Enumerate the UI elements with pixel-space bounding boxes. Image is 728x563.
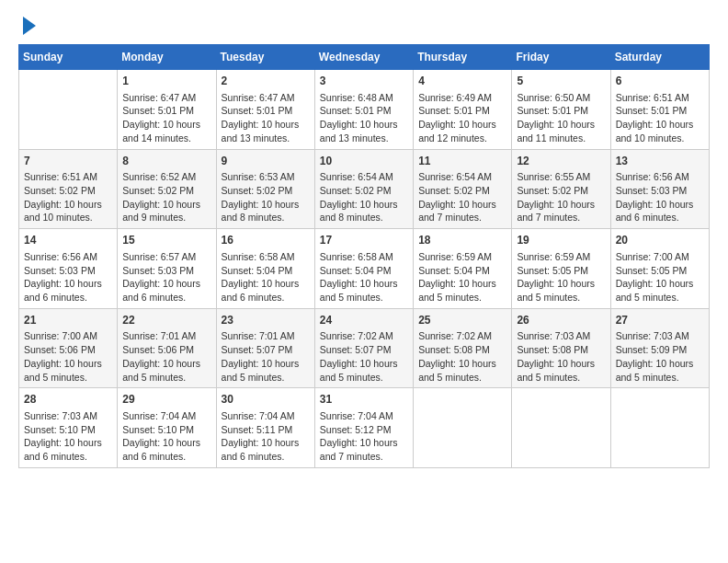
day-info: Sunrise: 7:01 AM Sunset: 5:07 PM Dayligh… [222,329,310,384]
calendar-cell [414,388,512,468]
calendar-cell: 19Sunrise: 6:59 AM Sunset: 5:05 PM Dayli… [512,229,610,309]
weekday-header: Thursday [414,45,512,70]
calendar-cell: 3Sunrise: 6:48 AM Sunset: 5:01 PM Daylig… [314,70,413,150]
day-number: 14 [24,233,112,248]
page-header [18,18,710,35]
day-number: 1 [122,74,210,89]
day-info: Sunrise: 6:56 AM Sunset: 5:03 PM Dayligh… [24,250,112,304]
calendar-cell: 2Sunrise: 6:47 AM Sunset: 5:01 PM Daylig… [216,70,314,150]
calendar-cell: 15Sunrise: 6:57 AM Sunset: 5:03 PM Dayli… [118,229,216,309]
day-number: 31 [320,392,408,408]
day-info: Sunrise: 6:54 AM Sunset: 5:02 PM Dayligh… [418,170,506,224]
calendar-cell: 9Sunrise: 6:53 AM Sunset: 5:02 PM Daylig… [216,149,314,229]
day-number: 12 [517,154,605,169]
day-info: Sunrise: 6:48 AM Sunset: 5:01 PM Dayligh… [320,91,408,145]
day-number: 4 [418,74,506,89]
calendar-cell: 21Sunrise: 7:00 AM Sunset: 5:06 PM Dayli… [19,308,118,388]
day-number: 22 [122,313,210,328]
calendar-cell: 18Sunrise: 6:59 AM Sunset: 5:04 PM Dayli… [414,229,512,309]
calendar-cell: 30Sunrise: 7:04 AM Sunset: 5:11 PM Dayli… [216,388,314,468]
calendar-cell: 7Sunrise: 6:51 AM Sunset: 5:02 PM Daylig… [19,149,118,229]
calendar-cell: 28Sunrise: 7:03 AM Sunset: 5:10 PM Dayli… [19,388,118,468]
weekday-header: Saturday [610,45,709,70]
calendar-cell: 14Sunrise: 6:56 AM Sunset: 5:03 PM Dayli… [19,229,118,309]
day-info: Sunrise: 7:04 AM Sunset: 5:11 PM Dayligh… [222,409,310,464]
weekday-header: Wednesday [314,45,413,70]
day-number: 28 [24,392,112,408]
day-info: Sunrise: 6:58 AM Sunset: 5:04 PM Dayligh… [320,250,408,304]
day-number: 6 [616,74,704,89]
day-info: Sunrise: 7:01 AM Sunset: 5:06 PM Dayligh… [122,329,210,384]
calendar-cell [19,70,118,150]
calendar-cell: 1Sunrise: 6:47 AM Sunset: 5:01 PM Daylig… [118,70,216,150]
calendar-cell [610,388,709,468]
calendar-cell: 10Sunrise: 6:54 AM Sunset: 5:02 PM Dayli… [314,149,413,229]
day-number: 9 [222,154,310,169]
day-info: Sunrise: 7:00 AM Sunset: 5:05 PM Dayligh… [616,250,704,304]
day-number: 11 [418,154,506,169]
day-number: 8 [122,154,210,169]
day-info: Sunrise: 6:54 AM Sunset: 5:02 PM Dayligh… [320,170,408,224]
calendar-cell: 24Sunrise: 7:02 AM Sunset: 5:07 PM Dayli… [314,308,413,388]
day-info: Sunrise: 6:55 AM Sunset: 5:02 PM Dayligh… [517,170,605,224]
weekday-header: Monday [118,45,216,70]
calendar-cell: 16Sunrise: 6:58 AM Sunset: 5:04 PM Dayli… [216,229,314,309]
day-number: 18 [418,233,506,248]
day-number: 13 [616,154,704,169]
logo [18,18,36,35]
day-info: Sunrise: 6:53 AM Sunset: 5:02 PM Dayligh… [222,170,310,224]
calendar-cell: 31Sunrise: 7:04 AM Sunset: 5:12 PM Dayli… [314,388,413,468]
day-number: 15 [122,233,210,248]
day-info: Sunrise: 7:00 AM Sunset: 5:06 PM Dayligh… [24,329,112,384]
calendar-cell: 20Sunrise: 7:00 AM Sunset: 5:05 PM Dayli… [610,229,709,309]
calendar-cell: 29Sunrise: 7:04 AM Sunset: 5:10 PM Dayli… [118,388,216,468]
day-info: Sunrise: 7:02 AM Sunset: 5:07 PM Dayligh… [320,329,408,384]
calendar-cell: 27Sunrise: 7:03 AM Sunset: 5:09 PM Dayli… [610,308,709,388]
calendar-cell: 8Sunrise: 6:52 AM Sunset: 5:02 PM Daylig… [118,149,216,229]
calendar-cell: 5Sunrise: 6:50 AM Sunset: 5:01 PM Daylig… [512,70,610,150]
day-number: 23 [222,313,310,328]
calendar-cell: 17Sunrise: 6:58 AM Sunset: 5:04 PM Dayli… [314,229,413,309]
calendar-cell: 25Sunrise: 7:02 AM Sunset: 5:08 PM Dayli… [414,308,512,388]
calendar-cell: 22Sunrise: 7:01 AM Sunset: 5:06 PM Dayli… [118,308,216,388]
day-info: Sunrise: 7:04 AM Sunset: 5:12 PM Dayligh… [320,409,408,464]
day-info: Sunrise: 7:03 AM Sunset: 5:09 PM Dayligh… [616,329,704,384]
day-number: 26 [517,313,605,328]
calendar-cell: 4Sunrise: 6:49 AM Sunset: 5:01 PM Daylig… [414,70,512,150]
day-info: Sunrise: 6:52 AM Sunset: 5:02 PM Dayligh… [122,170,210,224]
day-number: 3 [320,74,408,89]
day-number: 30 [222,392,310,408]
day-number: 17 [320,233,408,248]
calendar-cell: 11Sunrise: 6:54 AM Sunset: 5:02 PM Dayli… [414,149,512,229]
day-number: 29 [122,392,210,408]
day-number: 10 [320,154,408,169]
calendar-header: SundayMondayTuesdayWednesdayThursdayFrid… [19,45,710,70]
day-number: 7 [24,154,112,169]
day-info: Sunrise: 6:58 AM Sunset: 5:04 PM Dayligh… [222,250,310,304]
day-info: Sunrise: 6:47 AM Sunset: 5:01 PM Dayligh… [222,91,310,145]
calendar-cell: 13Sunrise: 6:56 AM Sunset: 5:03 PM Dayli… [610,149,709,229]
day-number: 2 [222,74,310,89]
day-info: Sunrise: 6:59 AM Sunset: 5:05 PM Dayligh… [517,250,605,304]
day-number: 5 [517,74,605,89]
day-info: Sunrise: 6:50 AM Sunset: 5:01 PM Dayligh… [517,91,605,145]
day-number: 21 [24,313,112,328]
day-info: Sunrise: 6:51 AM Sunset: 5:02 PM Dayligh… [24,170,112,224]
calendar-cell: 26Sunrise: 7:03 AM Sunset: 5:08 PM Dayli… [512,308,610,388]
day-info: Sunrise: 6:51 AM Sunset: 5:01 PM Dayligh… [616,91,704,145]
day-number: 24 [320,313,408,328]
day-number: 19 [517,233,605,248]
day-info: Sunrise: 6:47 AM Sunset: 5:01 PM Dayligh… [122,91,210,145]
day-info: Sunrise: 7:04 AM Sunset: 5:10 PM Dayligh… [122,409,210,464]
logo-arrow-icon [23,17,36,35]
day-info: Sunrise: 7:02 AM Sunset: 5:08 PM Dayligh… [418,329,506,384]
weekday-header: Tuesday [216,45,314,70]
day-number: 20 [616,233,704,248]
day-info: Sunrise: 6:49 AM Sunset: 5:01 PM Dayligh… [418,91,506,145]
day-info: Sunrise: 6:57 AM Sunset: 5:03 PM Dayligh… [122,250,210,304]
weekday-header: Sunday [19,45,118,70]
calendar-cell [512,388,610,468]
weekday-header: Friday [512,45,610,70]
day-info: Sunrise: 6:56 AM Sunset: 5:03 PM Dayligh… [616,170,704,224]
day-number: 27 [616,313,704,328]
